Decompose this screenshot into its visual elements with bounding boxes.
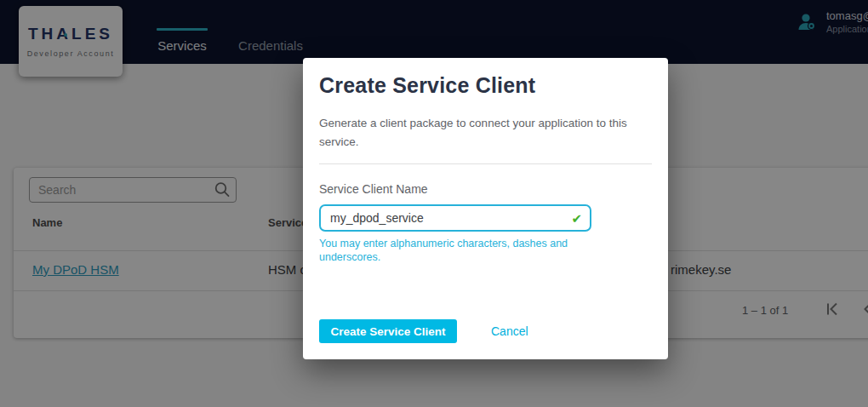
service-client-name-field-wrap: ✔ <box>319 204 591 232</box>
field-helper-text: You may enter alphanumeric characters, d… <box>319 237 576 264</box>
cancel-button[interactable]: Cancel <box>491 324 528 338</box>
create-service-client-button[interactable]: Create Service Client <box>319 319 457 343</box>
create-service-client-dialog: Create Service Client Generate a client … <box>303 58 668 359</box>
dialog-title: Create Service Client <box>319 73 535 98</box>
dialog-divider <box>319 163 652 164</box>
service-client-name-label: Service Client Name <box>319 182 428 196</box>
dialog-description: Generate a client package to connect you… <box>319 114 655 152</box>
service-client-name-input[interactable] <box>321 211 571 225</box>
check-icon: ✔ <box>571 212 582 225</box>
